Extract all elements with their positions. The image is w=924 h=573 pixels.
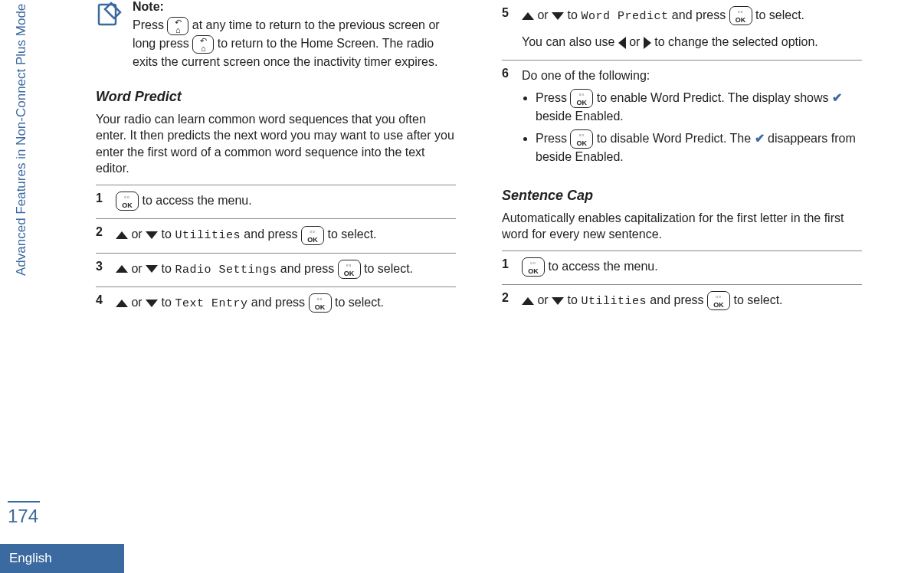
list-item: Press ▫▫OK to disable Word Predict. The …	[536, 129, 862, 165]
note-icon	[96, 0, 123, 28]
word-predict-heading: Word Predict	[96, 89, 456, 105]
step-text: to	[162, 262, 175, 275]
nav-down-icon	[146, 265, 158, 273]
bullet-list: Press ▫▫OK to enable Word Predict. The d…	[536, 89, 862, 166]
step-text: to	[568, 293, 582, 306]
list-item: Press ▫▫OK to enable Word Predict. The d…	[536, 89, 862, 125]
back-home-button-icon	[192, 35, 214, 54]
step-text: to enable Word Predict. The display show…	[597, 91, 832, 104]
nav-up-icon	[116, 300, 128, 307]
check-icon: ✔	[832, 91, 842, 104]
nav-right-icon	[644, 37, 651, 49]
step-text: Press	[536, 132, 570, 145]
step-3: 3 or to Radio Settings and press ▫▫OK to…	[96, 253, 456, 286]
step-text: to select.	[328, 228, 377, 241]
nav-up-icon	[116, 265, 128, 273]
language-tag: English	[0, 544, 124, 573]
check-icon: ✔	[755, 132, 765, 145]
step-2: 2 or to Utilities and press ▫▫OK to sele…	[96, 218, 456, 252]
step-body: or to Utilities and press ▫▫OK to select…	[116, 225, 456, 244]
step-text: or	[537, 8, 552, 21]
step-number: 5	[502, 6, 522, 52]
section-title-vertical: Advanced Features in Non-Connect Plus Mo…	[14, 4, 29, 276]
ok-button-icon: ▫▫OK	[301, 226, 324, 245]
note-block: Note: Press at any time to return to the…	[96, 0, 456, 78]
step-text: and press	[650, 293, 707, 306]
nav-up-icon	[522, 297, 534, 305]
sentence-cap-heading: Sentence Cap	[502, 188, 862, 204]
sentence-cap-intro: Automatically enables capitalization for…	[502, 210, 862, 243]
nav-up-icon	[116, 231, 128, 239]
column-left: Note: Press at any time to return to the…	[96, 0, 456, 320]
step-text: beside Enabled.	[536, 110, 624, 123]
step-text: or	[131, 262, 146, 275]
step-text: to select.	[335, 296, 384, 309]
step-body: or to Text Entry and press ▫▫OK to selec…	[116, 293, 456, 313]
ok-button-icon: ▫▫OK	[729, 6, 752, 25]
menu-name: Text Entry	[175, 297, 247, 310]
step-number: 2	[96, 225, 116, 244]
step-body: ▫▫OK to access the menu.	[116, 192, 456, 211]
nav-down-icon	[552, 297, 564, 305]
nav-up-icon	[522, 12, 534, 20]
step-number: 1	[96, 192, 116, 211]
back-home-button-icon	[167, 17, 188, 35]
ok-button-icon: ▫▫OK	[116, 192, 139, 211]
column-right: 5 or to Word Predict and press ▫▫OK to s…	[502, 0, 862, 320]
word-predict-intro: Your radio can learn common word sequenc…	[96, 111, 456, 177]
note-title: Note:	[133, 0, 456, 14]
page-number: 174	[8, 501, 40, 527]
step-body: ▫▫OK to access the menu.	[522, 257, 862, 277]
step-body: or to Word Predict and press ▫▫OK to sel…	[522, 6, 862, 52]
nav-down-icon	[146, 231, 158, 239]
ok-button-icon: ▫▫OK	[570, 89, 593, 108]
step-number: 2	[502, 291, 522, 310]
menu-name: Utilities	[581, 295, 647, 308]
step-text: to disable Word Predict. The	[597, 132, 755, 145]
ok-button-icon: ▫▫OK	[522, 257, 545, 277]
page-content: Note: Press at any time to return to the…	[96, 0, 893, 320]
step-text: to	[162, 228, 175, 241]
sidebar: Advanced Features in Non-Connect Plus Mo…	[0, 0, 46, 573]
step-text: to select.	[734, 293, 783, 306]
step-text: and press	[672, 8, 729, 21]
step-text: to select.	[364, 262, 413, 275]
step-body: Do one of the following: Press ▫▫OK to e…	[522, 67, 862, 171]
nav-left-icon	[618, 37, 626, 49]
step-text: to access the menu.	[548, 260, 657, 273]
note-text: Note: Press at any time to return to the…	[133, 0, 456, 78]
step-number: 3	[96, 260, 116, 279]
menu-name: Radio Settings	[175, 264, 277, 277]
note-body: Press at any time to return to the previ…	[133, 17, 456, 70]
nav-down-icon	[146, 300, 158, 307]
ok-button-icon: ▫▫OK	[707, 291, 730, 310]
nav-down-icon	[552, 12, 564, 20]
step-text: to	[568, 8, 582, 21]
step-text: to change the selected option.	[654, 35, 818, 48]
menu-name: Utilities	[175, 229, 241, 242]
step-text: or	[131, 296, 146, 309]
note-text-1: Press	[133, 18, 167, 31]
sc-step-2: 2 or to Utilities and press ▫▫OK to sele…	[502, 284, 862, 318]
ok-button-icon: ▫▫OK	[570, 129, 593, 149]
step-number: 6	[502, 67, 522, 171]
step-body: or to Radio Settings and press ▫▫OK to s…	[116, 260, 456, 279]
ok-button-icon: ▫▫OK	[338, 260, 361, 279]
step-text: or	[131, 228, 146, 241]
step-text: Press	[536, 91, 570, 104]
step-number: 1	[502, 257, 522, 277]
sc-step-1: 1 ▫▫OK to access the menu.	[502, 250, 862, 284]
step-text: or	[537, 293, 552, 306]
step-text: to access the menu.	[142, 194, 251, 207]
ok-button-icon: ▫▫OK	[309, 293, 332, 313]
step-text: and press	[280, 262, 338, 275]
step-text: You can also use	[522, 35, 618, 48]
step-text: and press	[244, 228, 301, 241]
menu-name: Word Predict	[581, 10, 668, 23]
step-4: 4 or to Text Entry and press ▫▫OK to sel…	[96, 286, 456, 320]
step-text: to select.	[755, 8, 804, 21]
step-text: to	[162, 296, 175, 309]
step-text: and press	[251, 296, 309, 309]
step-text: or	[629, 35, 644, 48]
step-text: Do one of the following:	[522, 69, 650, 82]
